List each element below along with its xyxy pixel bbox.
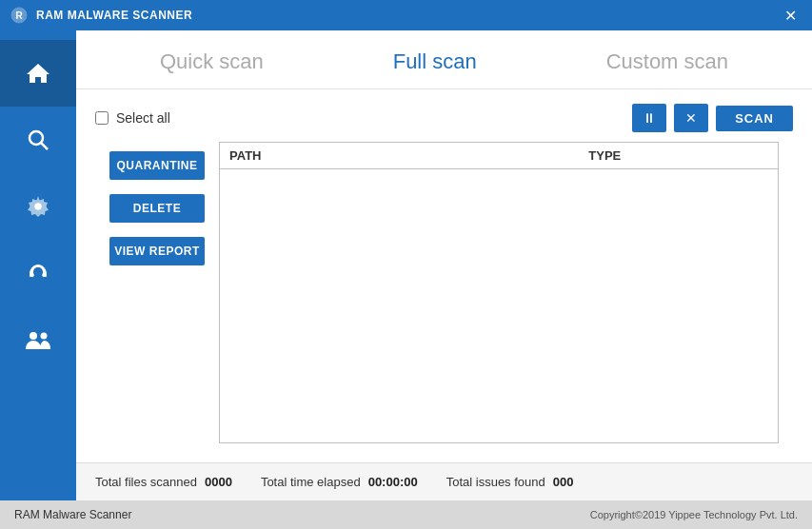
footer-stats: Total files scanned 0000 Total time elap… xyxy=(76,462,812,500)
panel: Select all ⏸ ✕ SCAN QUARANTINE DELE xyxy=(76,89,812,462)
app-icon: R xyxy=(10,6,29,25)
svg-point-2 xyxy=(30,131,43,145)
action-buttons: ⏸ ✕ SCAN xyxy=(632,104,793,132)
quarantine-button[interactable]: QUARANTINE xyxy=(109,151,205,180)
scan-button[interactable]: SCAN xyxy=(716,106,793,131)
tab-full-scan[interactable]: Full scan xyxy=(374,45,496,79)
issues-found-value: 000 xyxy=(553,475,574,489)
sidebar-item-search[interactable] xyxy=(0,107,76,173)
issues-found-stat: Total issues found 000 xyxy=(446,475,574,489)
scan-tabs: Quick scan Full scan Custom scan xyxy=(76,30,812,89)
svg-point-6 xyxy=(30,332,37,340)
pause-button[interactable]: ⏸ xyxy=(632,104,666,132)
svg-line-3 xyxy=(41,143,48,149)
files-scanned-label: Total files scanned xyxy=(95,475,197,489)
files-scanned-stat: Total files scanned 0000 xyxy=(95,475,232,489)
copyright-text: Copyright©2019 Yippee Technology Pvt. Lt… xyxy=(590,509,798,520)
select-all-row: Select all xyxy=(95,110,170,126)
sidebar xyxy=(0,30,76,500)
status-bar: RAM Malware Scanner Copyright©2019 Yippe… xyxy=(0,500,812,529)
close-scan-icon: ✕ xyxy=(685,110,697,126)
svg-point-5 xyxy=(35,204,42,210)
time-elapsed-value: 00:00:00 xyxy=(368,475,418,489)
sidebar-item-home[interactable] xyxy=(0,40,76,107)
svg-text:R: R xyxy=(15,10,23,21)
controls-row: Select all ⏸ ✕ SCAN xyxy=(95,104,793,132)
table-header: PATH TYPE xyxy=(220,143,778,169)
time-elapsed-label: Total time elapsed xyxy=(261,475,361,489)
left-actions: QUARANTINE DELETE VIEW REPORT xyxy=(95,142,219,448)
close-scan-button[interactable]: ✕ xyxy=(674,104,708,132)
tab-quick-scan[interactable]: Quick scan xyxy=(141,45,283,79)
close-button[interactable]: ✕ xyxy=(779,5,802,27)
sidebar-item-support[interactable] xyxy=(0,240,76,306)
title-bar: R RAM MALWARE SCANNER ✕ xyxy=(0,0,812,30)
svg-point-7 xyxy=(41,333,48,340)
app-name-status: RAM Malware Scanner xyxy=(14,508,131,521)
middle-panel: QUARANTINE DELETE VIEW REPORT PATH TYPE xyxy=(95,142,793,448)
col-type: TYPE xyxy=(588,148,768,163)
scan-table[interactable]: PATH TYPE xyxy=(219,142,779,443)
select-all-label: Select all xyxy=(116,110,170,126)
sidebar-item-settings[interactable] xyxy=(0,173,76,240)
sidebar-item-users[interactable] xyxy=(0,306,76,373)
delete-button[interactable]: DELETE xyxy=(109,194,205,223)
content-area: Quick scan Full scan Custom scan Select … xyxy=(76,30,812,500)
files-scanned-value: 0000 xyxy=(205,475,232,489)
view-report-button[interactable]: VIEW REPORT xyxy=(109,237,205,265)
main-wrapper: Quick scan Full scan Custom scan Select … xyxy=(0,30,812,500)
time-elapsed-stat: Total time elapsed 00:00:00 xyxy=(261,475,418,489)
right-table: PATH TYPE xyxy=(219,142,793,448)
tab-custom-scan[interactable]: Custom scan xyxy=(587,45,747,79)
table-body xyxy=(220,169,778,341)
select-all-checkbox[interactable] xyxy=(95,111,109,125)
col-path: PATH xyxy=(229,148,588,163)
pause-icon: ⏸ xyxy=(643,110,656,126)
issues-found-label: Total issues found xyxy=(446,475,545,489)
title-bar-text: RAM MALWARE SCANNER xyxy=(36,9,779,22)
